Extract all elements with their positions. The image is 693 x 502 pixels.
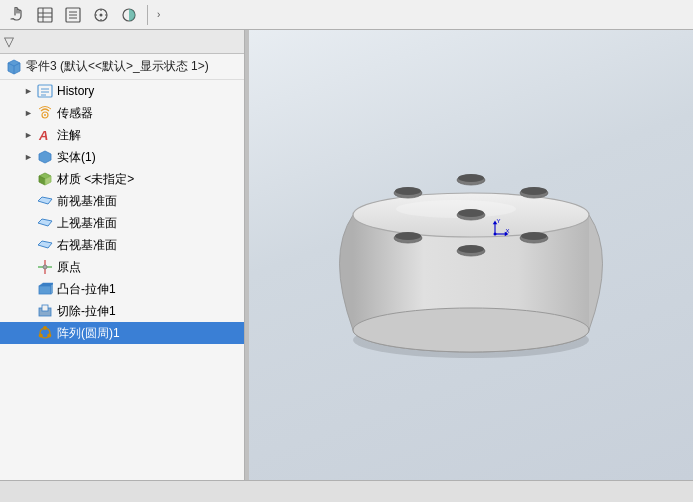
svg-rect-25	[39, 286, 51, 294]
tree-item-label-annotation: 注解	[57, 127, 81, 144]
part-icon	[6, 59, 22, 75]
plane-icon	[36, 237, 54, 253]
tree-item-cut1[interactable]: 切除-拉伸1	[0, 300, 244, 322]
feature-tree: ► History► 传感器► A 注解► 实体(1) 材质 <未指定> 前视基…	[0, 80, 244, 480]
tree-expand-arrow[interactable]: ►	[24, 130, 36, 140]
tree-item-top[interactable]: 上视基准面	[0, 212, 244, 234]
axis-indicator: Y X	[480, 219, 520, 259]
toolbar: ›	[0, 0, 693, 30]
tree-item-label-sensor: 传感器	[57, 105, 93, 122]
tree-item-label-material: 材质 <未指定>	[57, 171, 134, 188]
annotation-icon: A	[36, 127, 54, 143]
crosshair-button[interactable]	[88, 3, 114, 27]
3d-viewport[interactable]: 软件自学网	[249, 30, 693, 480]
tree-item-boss1[interactable]: 凸台-拉伸1	[0, 278, 244, 300]
tree-expand-arrow[interactable]	[24, 196, 36, 206]
tree-expand-arrow[interactable]: ►	[24, 86, 36, 96]
tree-item-label-origin: 原点	[57, 259, 81, 276]
boss-icon	[36, 281, 54, 297]
tree-item-label-top: 上视基准面	[57, 215, 117, 232]
hand-tool-button[interactable]	[4, 3, 30, 27]
tree-item-label-boss1: 凸台-拉伸1	[57, 281, 116, 298]
left-panel: ▽ 零件3 (默认<<默认>_显示状态 1>) ► History►	[0, 30, 245, 480]
tree-expand-arrow[interactable]: ►	[24, 152, 36, 162]
svg-text:A: A	[38, 128, 48, 143]
svg-rect-0	[38, 8, 52, 22]
tree-item-pattern1[interactable]: 阵列(圆周)1	[0, 322, 244, 344]
solid-icon	[36, 149, 54, 165]
history-icon	[36, 83, 54, 99]
svg-point-30	[47, 334, 51, 338]
tree-expand-arrow[interactable]: ►	[24, 108, 36, 118]
svg-text:X: X	[505, 228, 509, 234]
plane-icon	[36, 215, 54, 231]
main-area: ▽ 零件3 (默认<<默认>_显示状态 1>) ► History►	[0, 30, 693, 480]
svg-point-52	[395, 187, 421, 195]
tree-item-material[interactable]: 材质 <未指定>	[0, 168, 244, 190]
tree-item-sensor[interactable]: ► 传感器	[0, 102, 244, 124]
material-icon	[36, 171, 54, 187]
filter-icon: ▽	[4, 34, 14, 49]
svg-point-38	[396, 200, 516, 218]
svg-point-29	[43, 326, 47, 330]
svg-point-50	[395, 232, 421, 240]
tree-expand-arrow[interactable]	[24, 284, 36, 294]
origin-icon	[36, 259, 54, 275]
svg-point-40	[458, 209, 484, 217]
tree-item-label-history: History	[57, 84, 94, 98]
svg-point-20	[44, 114, 46, 116]
svg-rect-27	[42, 305, 48, 311]
table-view-button[interactable]	[32, 3, 58, 27]
appearance-button[interactable]	[116, 3, 142, 27]
tree-item-solid[interactable]: ► 实体(1)	[0, 146, 244, 168]
tree-item-history[interactable]: ► History	[0, 80, 244, 102]
tree-expand-arrow[interactable]	[24, 174, 36, 184]
tree-item-label-pattern1: 阵列(圆周)1	[57, 325, 120, 342]
tree-item-label-front: 前视基准面	[57, 193, 117, 210]
toolbar-separator	[147, 5, 148, 25]
tree-item-origin[interactable]: 原点	[0, 256, 244, 278]
svg-point-44	[521, 187, 547, 195]
svg-point-46	[521, 232, 547, 240]
tree-expand-arrow[interactable]	[24, 306, 36, 316]
tree-item-label-right: 右视基准面	[57, 237, 117, 254]
tree-expand-arrow[interactable]	[24, 262, 36, 272]
toolbar-more-button[interactable]: ›	[153, 9, 164, 20]
svg-point-59	[493, 233, 496, 236]
svg-point-31	[39, 334, 43, 338]
cut-icon	[36, 303, 54, 319]
tree-expand-arrow[interactable]	[24, 328, 36, 338]
status-bar	[0, 480, 693, 502]
svg-point-13	[100, 13, 103, 16]
svg-point-42	[458, 174, 484, 182]
svg-point-24	[43, 265, 47, 269]
plane-icon	[36, 193, 54, 209]
tree-item-label-cut1: 切除-拉伸1	[57, 303, 116, 320]
pattern-icon	[36, 325, 54, 341]
tree-item-label-solid: 实体(1)	[57, 149, 96, 166]
tree-expand-arrow[interactable]	[24, 240, 36, 250]
tree-item-annotation[interactable]: ► A 注解	[0, 124, 244, 146]
sensor-icon	[36, 105, 54, 121]
tree-item-front[interactable]: 前视基准面	[0, 190, 244, 212]
svg-text:Y: Y	[496, 219, 500, 224]
part-name-label: 零件3 (默认<<默认>_显示状态 1>)	[26, 58, 209, 75]
tree-expand-arrow[interactable]	[24, 218, 36, 228]
svg-point-36	[353, 308, 589, 352]
tree-view-button[interactable]	[60, 3, 86, 27]
part-header[interactable]: 零件3 (默认<<默认>_显示状态 1>)	[0, 54, 244, 80]
3d-model	[321, 135, 621, 375]
filter-bar: ▽	[0, 30, 244, 54]
tree-item-right[interactable]: 右视基准面	[0, 234, 244, 256]
